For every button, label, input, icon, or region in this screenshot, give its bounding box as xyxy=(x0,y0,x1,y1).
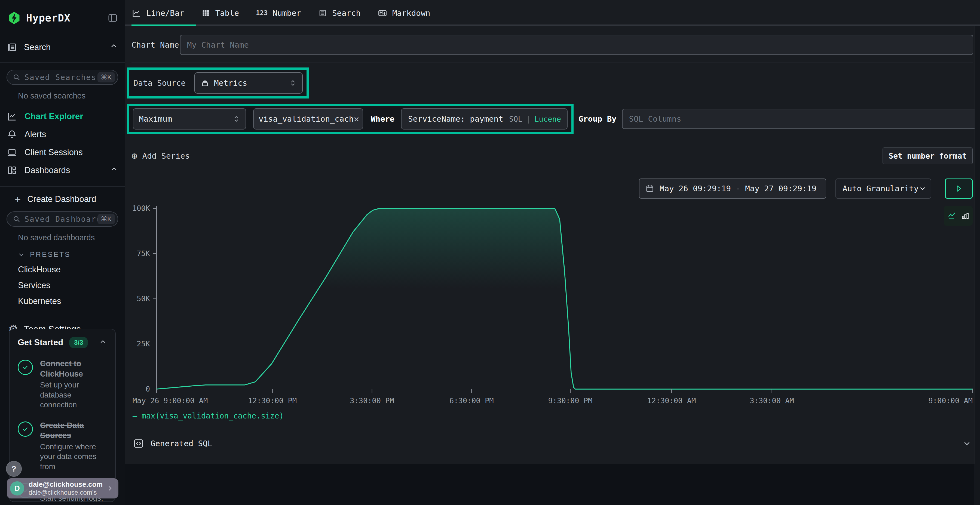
get-started-collapse-button[interactable] xyxy=(99,338,107,347)
saved-dashboards-input[interactable]: Saved Dashboards ⌘K xyxy=(6,211,118,227)
series-highlight-box: Maximum visa_validation_cach × Where SQL… xyxy=(127,104,574,134)
tab-label: Table xyxy=(215,8,239,18)
sidebar-item-label: Alerts xyxy=(24,130,46,139)
select-chevrons-icon xyxy=(232,115,240,123)
sidebar-item-chart-explorer[interactable]: Chart Explorer xyxy=(6,108,118,125)
chevron-down-icon xyxy=(18,251,25,259)
group-by-input[interactable] xyxy=(622,109,980,129)
lucene-mode-button[interactable]: Lucene xyxy=(535,115,561,123)
create-dashboard-label: Create Dashboard xyxy=(27,194,96,204)
add-series-button[interactable]: ⊕ Add Series xyxy=(132,151,190,161)
chevron-down-icon xyxy=(918,184,927,193)
markdown-icon xyxy=(377,8,387,18)
preset-services[interactable]: Services xyxy=(18,281,118,290)
generated-sql-label: Generated SQL xyxy=(151,439,212,448)
sidebar-section-label: Search xyxy=(24,43,51,52)
date-range-picker[interactable]: May 26 09:29:19 - May 27 09:29:19 xyxy=(639,178,826,199)
search-icon xyxy=(13,73,21,81)
svg-text:May 26 9:00:00 AM: May 26 9:00:00 AM xyxy=(132,397,208,405)
data-source-label: Data Source xyxy=(134,78,194,87)
tab-markdown[interactable]: Markdown xyxy=(377,8,430,18)
sidebar-item-label: Client Sessions xyxy=(24,148,83,157)
tab-label: Search xyxy=(332,8,361,18)
tab-label: Line/Bar xyxy=(146,8,184,18)
svg-text:12:30:00 AM: 12:30:00 AM xyxy=(647,397,696,405)
chevron-right-icon xyxy=(106,484,114,492)
preset-kubernetes[interactable]: Kubernetes xyxy=(18,296,118,306)
where-label: Where xyxy=(371,114,395,124)
code-icon xyxy=(132,438,145,449)
help-button[interactable]: ? xyxy=(6,461,22,477)
select-chevrons-icon xyxy=(289,79,297,87)
list-icon xyxy=(318,8,327,18)
sql-mode-button[interactable]: SQL xyxy=(509,115,522,123)
saved-searches-input[interactable]: Saved Searches ⌘K xyxy=(6,70,118,85)
chevron-down-icon xyxy=(962,439,972,448)
tab-label: Number xyxy=(272,8,301,18)
aggregation-select[interactable]: Maximum xyxy=(133,108,246,130)
play-icon xyxy=(954,184,963,193)
generated-sql-toggle[interactable]: Generated SQL xyxy=(132,429,973,458)
where-input-wrap: SQL | Lucene xyxy=(401,108,568,130)
presets-toggle[interactable]: PRESETS xyxy=(18,250,118,259)
get-started-item-subtitle: Set up your database connection xyxy=(40,380,107,410)
scrollbar[interactable] xyxy=(975,26,980,505)
progress-badge: 3/3 xyxy=(69,337,88,348)
chevron-up-icon xyxy=(110,42,118,53)
get-started-item-data-sources[interactable]: Create Data Sources Configure where your… xyxy=(18,420,107,472)
svg-text:75K: 75K xyxy=(137,249,150,258)
check-circle-icon xyxy=(18,421,33,437)
tab-number[interactable]: 123 Number xyxy=(256,8,301,18)
active-tab-indicator xyxy=(132,24,196,26)
group-by-label: Group By xyxy=(579,114,617,124)
legend-line-swatch: — xyxy=(132,411,137,420)
data-source-highlight-box: Data Source Metrics xyxy=(127,67,309,98)
preset-clickhouse[interactable]: ClickHouse xyxy=(18,265,118,275)
sidebar-section-search[interactable]: Search xyxy=(6,40,118,55)
line-chart-toggle[interactable] xyxy=(947,211,957,221)
data-source-value: Metrics xyxy=(214,78,247,87)
svg-text:25K: 25K xyxy=(137,340,150,348)
get-started-title: Get Started xyxy=(18,338,63,348)
granularity-value: Auto Granularity xyxy=(843,184,918,193)
chart-name-input[interactable] xyxy=(180,35,973,55)
run-query-button[interactable] xyxy=(945,178,973,199)
bar-chart-toggle[interactable] xyxy=(961,212,969,220)
svg-text:12:30:00 PM: 12:30:00 PM xyxy=(248,397,297,405)
logo[interactable]: HyperDX xyxy=(6,10,118,26)
get-started-item-connect[interactable]: Connect to ClickHouse Set up your databa… xyxy=(18,359,107,410)
saved-searches-placeholder: Saved Searches xyxy=(24,73,97,82)
chart-line-icon xyxy=(6,111,19,122)
user-menu[interactable]: D dale@clickhouse.com dale@clickhouse.co… xyxy=(7,478,118,499)
set-number-format-button[interactable]: Set number format xyxy=(883,148,973,164)
no-saved-searches-text: No saved searches xyxy=(18,91,118,100)
remove-metric-button[interactable]: × xyxy=(354,114,359,124)
laptop-icon xyxy=(6,147,19,158)
user-subtitle: dale@clickhouse.com's xyxy=(29,489,103,496)
svg-text:9:00:00 AM: 9:00:00 AM xyxy=(928,397,973,405)
database-icon xyxy=(200,78,210,87)
sidebar-item-label: Chart Explorer xyxy=(24,111,83,121)
divider xyxy=(132,63,973,63)
svg-text:3:30:00 AM: 3:30:00 AM xyxy=(750,397,794,405)
where-input[interactable] xyxy=(407,114,509,124)
mode-separator: | xyxy=(526,115,531,123)
search-icon xyxy=(13,215,21,223)
chart-region: 025K50K75K100KMay 26 9:00:00 AM12:30:00 … xyxy=(125,199,980,429)
sidebar-item-client-sessions[interactable]: Client Sessions xyxy=(6,143,118,161)
sidebar-item-dashboards[interactable]: Dashboards xyxy=(6,161,118,179)
data-source-select[interactable]: Metrics xyxy=(194,72,303,94)
date-range-value: May 26 09:29:19 - May 27 09:29:19 xyxy=(660,184,816,193)
sidebar-item-alerts[interactable]: Alerts xyxy=(6,125,118,143)
line-chart-icon xyxy=(132,8,141,18)
tab-line-bar[interactable]: Line/Bar xyxy=(132,8,184,18)
no-saved-dashboards-text: No saved dashboards xyxy=(18,233,118,242)
granularity-select[interactable]: Auto Granularity xyxy=(835,178,931,199)
metric-field-chip[interactable]: visa_validation_cach × xyxy=(253,108,363,130)
create-dashboard-button[interactable]: + Create Dashboard xyxy=(15,194,118,204)
collapse-sidebar-button[interactable] xyxy=(107,13,118,24)
logs-icon xyxy=(6,42,19,53)
tab-search[interactable]: Search xyxy=(318,8,361,18)
tab-table[interactable]: Table xyxy=(201,8,239,18)
get-started-panel: Get Started 3/3 Connect to ClickHouse Se… xyxy=(9,329,116,502)
